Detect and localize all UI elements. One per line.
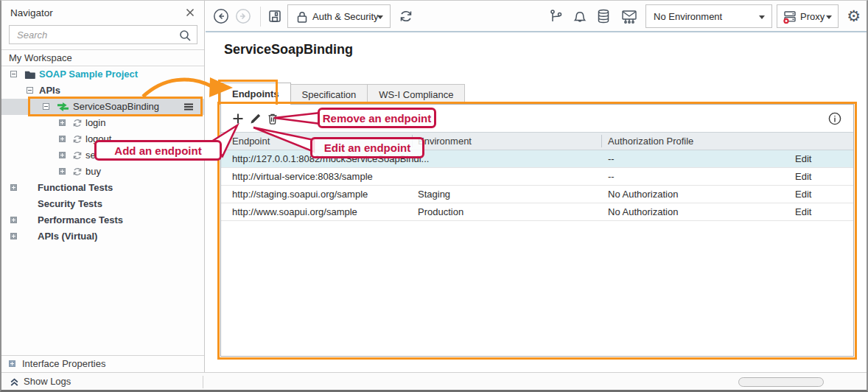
endpoint-cell: http://127.0.0.1:8082/mockServiceSoapBin… — [232, 153, 429, 164]
interface-properties-label: Interface Properties — [22, 358, 105, 369]
bell-icon[interactable] — [572, 8, 588, 24]
save-icon[interactable] — [267, 9, 282, 24]
info-icon[interactable] — [828, 112, 841, 125]
close-icon[interactable] — [185, 7, 195, 18]
tree-item-label: Functional Tests — [38, 182, 113, 193]
expand-icon[interactable] — [59, 136, 66, 142]
operation-refresh-icon — [72, 118, 83, 128]
auth-profile-cell: -- — [608, 171, 615, 182]
table-row[interactable]: http://127.0.0.1:8082/mockServiceSoapBin… — [221, 150, 853, 168]
main-toolbar: Auth & Security No Environment Proxy — [206, 1, 868, 32]
tab-bar: Endpoints Specification WS-I Compliance — [220, 83, 465, 105]
auth-security-dropdown[interactable]: Auth & Security — [287, 4, 391, 28]
interface-properties-bar[interactable]: Interface Properties — [1, 355, 204, 372]
tree-item-apis[interactable]: APIs — [1, 83, 204, 99]
tab-specification[interactable]: Specification — [291, 84, 368, 105]
operation-refresh-icon — [72, 134, 83, 144]
edit-link[interactable]: Edit — [795, 171, 811, 182]
navigator-panel: Navigator Search My Workspace SOAP Sampl… — [1, 1, 205, 372]
expand-icon[interactable] — [59, 168, 66, 175]
tree-item-functional-tests[interactable]: Functional Tests — [1, 180, 204, 196]
tree-item-label: SOAP Sample Project — [39, 69, 138, 80]
lock-icon — [295, 10, 309, 24]
auth-profile-cell: No Authorization — [608, 206, 678, 217]
environment-cell: Staging — [418, 189, 450, 200]
auth-profile-cell: No Authorization — [608, 189, 678, 200]
tree-item-label: logout — [85, 133, 111, 144]
column-header-authorization-profile[interactable]: Authorization Profile — [608, 136, 693, 147]
interface-transfer-icon — [56, 101, 70, 113]
collapse-icon[interactable] — [27, 87, 33, 94]
hamburger-menu-icon[interactable] — [183, 101, 195, 113]
chevron-down-icon — [759, 15, 765, 19]
remove-endpoint-icon[interactable] — [266, 112, 279, 125]
tree-item-login[interactable]: login — [1, 115, 204, 131]
column-divider — [412, 135, 413, 147]
workspace-label: My Workspace — [9, 52, 72, 63]
tree-item-label: sea — [85, 150, 101, 161]
tree-item-logout[interactable]: logout — [1, 131, 204, 147]
table-row[interactable]: http://virtual-service:8083/sample -- Ed… — [221, 168, 853, 186]
forward-icon[interactable] — [235, 8, 251, 24]
environment-value: No Environment — [654, 11, 722, 22]
horizontal-scrollbar-thumb[interactable] — [738, 377, 824, 387]
chevron-down-icon — [826, 15, 832, 19]
column-divider — [601, 135, 602, 147]
branch-icon[interactable] — [548, 8, 564, 24]
proxy-server-icon — [782, 9, 798, 25]
edit-link[interactable]: Edit — [795, 189, 811, 200]
tree-item-label: buy — [85, 166, 101, 177]
statusbar-divider — [203, 376, 203, 388]
add-endpoint-icon[interactable] — [231, 112, 245, 125]
database-icon[interactable] — [595, 8, 612, 24]
endpoint-cell: http://virtual-service:8083/sample — [232, 171, 373, 182]
show-logs-label[interactable]: Show Logs — [24, 376, 71, 387]
tree-item-label: APIs — [39, 85, 60, 96]
search-input[interactable]: Search — [9, 25, 197, 44]
tree-item-label: Performance Tests — [38, 214, 123, 225]
refresh-icon[interactable] — [398, 8, 414, 24]
tree-item-security-tests[interactable]: Security Tests — [1, 196, 204, 212]
navigator-title: Navigator — [10, 7, 53, 18]
folder-icon — [24, 69, 36, 80]
endpoint-cell: http://www.soapui.org/sample — [232, 206, 357, 217]
tree-item-label: login — [85, 117, 105, 128]
page-title: ServiceSoapBinding — [224, 42, 353, 57]
expand-icon[interactable] — [10, 184, 17, 191]
tab-wsi-compliance[interactable]: WS-I Compliance — [368, 84, 465, 105]
edit-endpoint-icon[interactable] — [249, 112, 262, 125]
mail-nodes-icon[interactable] — [620, 8, 638, 25]
status-bar: Show Logs — [1, 372, 868, 391]
tree-item-performance-tests[interactable]: Performance Tests — [1, 212, 204, 228]
back-icon[interactable] — [213, 8, 229, 24]
column-header-environment[interactable]: Environment — [418, 136, 472, 147]
toolbar-separator — [260, 7, 261, 27]
tree-item-servicesoapbinding[interactable]: ServiceSoapBinding — [1, 99, 204, 115]
expand-icon[interactable] — [59, 119, 66, 126]
edit-link[interactable]: Edit — [795, 153, 811, 164]
proxy-button[interactable]: Proxy — [777, 4, 839, 28]
auth-security-label: Auth & Security — [312, 11, 379, 22]
collapse-icon[interactable] — [43, 103, 49, 110]
tree-item-apis-virtual[interactable]: APIs (Virtual) — [1, 228, 204, 245]
tree-item-buy[interactable]: buy — [1, 164, 204, 180]
tree-item-soap-sample-project[interactable]: SOAP Sample Project — [1, 66, 204, 83]
table-row[interactable]: http://www.soapui.org/sample Production … — [221, 203, 853, 221]
table-row[interactable]: http://staging.soapui.org/sample Staging… — [221, 186, 853, 203]
collapse-icon[interactable] — [10, 71, 17, 77]
expand-icon[interactable] — [59, 152, 66, 158]
show-logs-icon — [9, 377, 20, 388]
auth-profile-cell: -- — [608, 153, 615, 164]
gear-icon[interactable]: ⚙ — [847, 8, 861, 24]
expand-icon[interactable] — [10, 233, 17, 239]
expand-icon[interactable] — [9, 360, 15, 367]
tab-endpoints[interactable]: Endpoints — [220, 83, 291, 105]
tree-item-search[interactable]: sea — [1, 147, 204, 164]
environment-select[interactable]: No Environment — [645, 4, 772, 28]
edit-link[interactable]: Edit — [795, 206, 811, 217]
expand-icon[interactable] — [10, 217, 17, 223]
workspace-bar[interactable]: My Workspace — [1, 49, 204, 66]
search-icon — [178, 29, 192, 42]
operation-refresh-icon — [72, 167, 83, 177]
column-header-endpoint[interactable]: Endpoint — [232, 136, 270, 147]
